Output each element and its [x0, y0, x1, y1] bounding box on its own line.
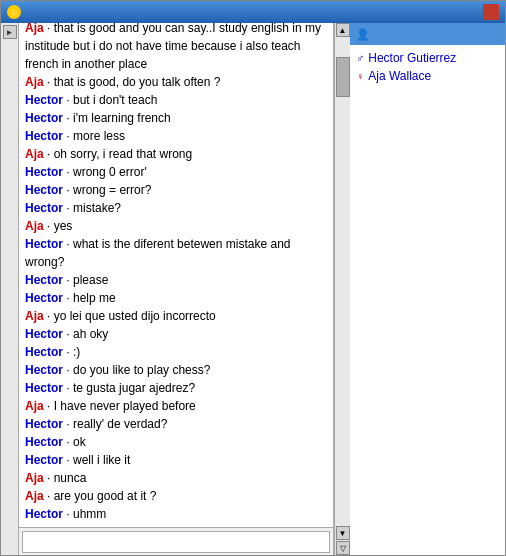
message-author: Hector [25, 273, 63, 287]
message-text: · please [63, 273, 108, 287]
message-text: · that is good, do you talk often ? [44, 75, 221, 89]
message-author: Hector [25, 237, 63, 251]
message-author: Hector [25, 417, 63, 431]
chat-message: Hector · i'm learning french [25, 109, 327, 127]
title-bar-left: ☺ [7, 5, 25, 19]
chat-message: Aja · I have never played before [25, 397, 327, 415]
message-author: Hector [25, 129, 63, 143]
close-button[interactable] [483, 4, 499, 20]
title-bar: ☺ [1, 1, 505, 23]
message-text: · more less [63, 129, 125, 143]
chat-input[interactable] [22, 531, 330, 553]
message-text: · are you good at it ? [44, 489, 157, 503]
message-text: · yes [44, 219, 73, 233]
scroll-thumb[interactable] [336, 57, 350, 97]
message-author: Aja [25, 147, 44, 161]
message-text: · ah oky [63, 327, 108, 341]
message-text: · but i don't teach [63, 93, 157, 107]
chat-messages[interactable]: Hector · in other placeHector · uhmmHect… [19, 23, 333, 527]
chat-message: Hector · te gusta jugar ajedrez? [25, 379, 327, 397]
scroll-bottom-btn[interactable]: ▽ [336, 541, 350, 555]
chat-message: Hector · really' de verdad? [25, 415, 327, 433]
chat-message: Hector · :) [25, 343, 327, 361]
scroll-up-btn[interactable]: ▲ [336, 23, 350, 37]
message-text: · oh sorry, i read that wrong [44, 147, 193, 161]
message-text: · nunca [44, 471, 87, 485]
arrow-right-btn[interactable]: ► [3, 25, 17, 39]
message-author: Aja [25, 75, 44, 89]
window-icon: ☺ [7, 5, 21, 19]
chat-message: Hector · wrong = error? [25, 181, 327, 199]
message-author: Aja [25, 23, 44, 35]
chat-scrollbar[interactable]: ▲ ▼ ▽ [334, 23, 350, 555]
message-author: Hector [25, 93, 63, 107]
message-author: Hector [25, 201, 63, 215]
message-author: Hector [25, 453, 63, 467]
member-name: Hector Gutierrez [368, 51, 456, 65]
message-text: · yo lei que usted dijo incorrecto [44, 309, 216, 323]
chat-message: Aja · yo lei que usted dijo incorrecto [25, 307, 327, 325]
message-text: · mistake? [63, 201, 121, 215]
message-text: · wrong 0 error' [63, 165, 147, 179]
message-author: Aja [25, 471, 44, 485]
message-text: · I have never played before [44, 399, 196, 413]
chat-message: Aja · yes [25, 217, 327, 235]
chat-area: Hector · in other placeHector · uhmmHect… [19, 23, 334, 555]
chat-message: Hector · please [25, 271, 327, 289]
message-author: Hector [25, 183, 63, 197]
member-item[interactable]: ♀Aja Wallace [356, 67, 499, 85]
message-author: Hector [25, 381, 63, 395]
male-icon: ♂ [356, 52, 364, 64]
chat-message: Hector · do you like to play chess? [25, 361, 327, 379]
message-author: Hector [25, 507, 63, 521]
message-text: · that is good and you can say..I study … [25, 23, 321, 71]
message-author: Aja [25, 489, 44, 503]
message-text: · well i like it [63, 453, 130, 467]
scroll-down-btn[interactable]: ▼ [336, 526, 350, 540]
message-text: · :) [63, 345, 80, 359]
chat-message: Hector · well i like it [25, 451, 327, 469]
chat-message: Hector · but i don't teach [25, 91, 327, 109]
chat-message: Hector · uhmm [25, 505, 327, 523]
message-text: · help me [63, 291, 116, 305]
chat-message: Aja · oh sorry, i read that wrong [25, 145, 327, 163]
message-text: · do you like to play chess? [63, 363, 210, 377]
message-author: Hector [25, 111, 63, 125]
member-item[interactable]: ♂Hector Gutierrez [356, 49, 499, 67]
message-author: Hector [25, 435, 63, 449]
chat-message: Aja · that is good, do you talk often ? [25, 73, 327, 91]
members-icon: 👤 [356, 28, 370, 41]
message-text: · ok [63, 435, 86, 449]
message-author: Hector [25, 363, 63, 377]
chat-message: Hector · what is the diferent betewen mi… [25, 235, 327, 271]
chat-message: Hector · wrong 0 error' [25, 163, 327, 181]
message-text: · really' de verdad? [63, 417, 167, 431]
chat-message: Aja · that is good and you can say..I st… [25, 23, 327, 73]
member-name: Aja Wallace [368, 69, 431, 83]
message-text: · i'm learning french [63, 111, 171, 125]
chat-message: Aja · are you good at it ? [25, 487, 327, 505]
message-text: · wrong = error? [63, 183, 151, 197]
chat-message: Aja · nunca [25, 469, 327, 487]
main-content: ► Hector · in other placeHector · uhmmHe… [1, 23, 505, 555]
chat-message: Hector · more less [25, 127, 327, 145]
sidebar: 👤 ♂Hector Gutierrez♀Aja Wallace [350, 23, 505, 555]
scroll-track [335, 37, 350, 526]
chat-window: ☺ ► Hector · in other placeHector · uhmm… [0, 0, 506, 556]
chat-input-area [19, 527, 333, 555]
chat-message: Hector · help me [25, 289, 327, 307]
message-text: · what is the diferent betewen mistake a… [25, 237, 290, 269]
sidebar-header: 👤 [350, 23, 505, 45]
message-author: Aja [25, 309, 44, 323]
message-author: Hector [25, 345, 63, 359]
chat-message: Hector · mistake? [25, 199, 327, 217]
message-author: Aja [25, 219, 44, 233]
message-text: · te gusta jugar ajedrez? [63, 381, 195, 395]
separator-arrows: ► [1, 23, 19, 555]
female-icon: ♀ [356, 70, 364, 82]
message-author: Hector [25, 165, 63, 179]
chat-message: Hector · ah oky [25, 325, 327, 343]
message-author: Aja [25, 399, 44, 413]
sidebar-members: ♂Hector Gutierrez♀Aja Wallace [350, 45, 505, 89]
chat-message: Hector · ok [25, 433, 327, 451]
